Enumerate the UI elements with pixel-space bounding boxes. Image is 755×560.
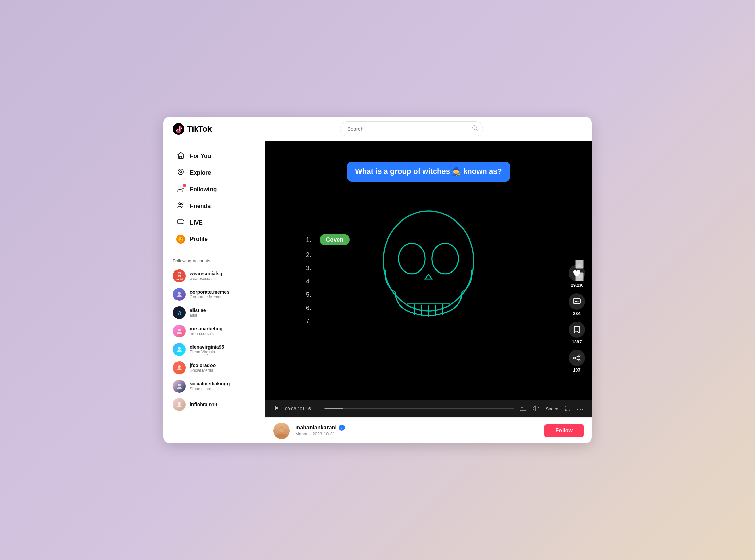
- account-item-alist-ae[interactable]: a alist.ae alist: [163, 303, 265, 322]
- svg-point-29: [578, 355, 580, 357]
- account-info-elenavirginia95: elenavirginia95 Elena Virginia: [190, 344, 224, 355]
- svg-point-41: [580, 409, 581, 410]
- control-icons: Speed: [520, 405, 584, 412]
- friends-icon: [176, 201, 185, 211]
- svg-point-16: [383, 211, 474, 311]
- video-container[interactable]: What is a group of witches 🧙 known as? 1…: [265, 141, 592, 400]
- account-item-jfcoloradoo[interactable]: jfcoloradoo Social Media: [163, 359, 265, 377]
- account-name-elenavirginia95: elenavirginia95: [190, 344, 224, 350]
- account-name-mrs-marketing: mrs.marketing: [190, 326, 222, 331]
- account-item-corporate-memes[interactable]: corporate.memes Corporate Memes: [163, 285, 265, 303]
- svg-point-13: [178, 365, 181, 368]
- main-layout: For You Explore: [163, 141, 592, 443]
- bookmark-icon: [569, 322, 585, 338]
- like-icon: [569, 265, 585, 281]
- more-options-button[interactable]: [577, 406, 584, 411]
- account-name-inffobrain19: inffobrain19: [190, 402, 217, 407]
- svg-point-17: [399, 243, 425, 274]
- home-icon: [176, 151, 185, 161]
- answer-num-2: 2.: [306, 251, 316, 259]
- account-name-corporate-memes: corporate.memes: [190, 289, 230, 295]
- bookmark-button[interactable]: 1387: [569, 322, 585, 344]
- answer-num-4: 4.: [306, 278, 316, 285]
- account-handle-mrs-marketing: mona.socials: [190, 331, 222, 336]
- answer-row-1[interactable]: 1. Coven: [306, 234, 350, 245]
- logo-area: TikTok: [173, 123, 241, 135]
- avatar-jfcoloradoo: [173, 361, 186, 374]
- svg-point-5: [180, 171, 182, 173]
- search-input[interactable]: [340, 121, 483, 136]
- sidebar-item-live[interactable]: LIVE: [167, 215, 262, 231]
- svg-point-12: [178, 347, 181, 350]
- account-info-wearesocialsg: wearesocialsg wearesocialsg: [190, 271, 222, 281]
- video-controls-bar: 00:08 / 01:16 Speed: [265, 400, 592, 417]
- account-handle-elenavirginia95: Elena Virginia: [190, 350, 224, 355]
- profile-avatar-icon: 🙂: [176, 235, 185, 244]
- side-actions: 29.2K 234: [569, 265, 585, 373]
- like-button[interactable]: 29.2K: [569, 265, 585, 288]
- account-info-inffobrain19: inffobrain19: [190, 402, 217, 407]
- account-item-inffobrain19[interactable]: inffobrain19: [163, 395, 265, 414]
- account-item-elenavirginia95[interactable]: elenavirginia95 Elena Virginia: [163, 340, 265, 359]
- svg-point-31: [578, 360, 580, 361]
- sidebar-item-friends[interactable]: Friends: [167, 198, 262, 214]
- share-button[interactable]: 107: [569, 350, 585, 373]
- svg-point-40: [577, 409, 578, 410]
- sidebar-item-explore[interactable]: Explore: [167, 165, 262, 181]
- video-info-bar: mahanlankarani ✓ Mahan · 2023-10-31 Foll…: [265, 417, 592, 443]
- account-item-mrs-marketing[interactable]: mrs.marketing mona.socials: [163, 322, 265, 340]
- app-container: TikTok For You: [163, 117, 592, 443]
- account-name-jfcoloradoo: jfcoloradoo: [190, 363, 216, 368]
- sidebar-item-following[interactable]: Following: [167, 181, 262, 197]
- account-handle-socialmediakingg: Sinan elmas: [190, 386, 230, 391]
- account-handle-corporate-memes: Corporate Memes: [190, 295, 230, 299]
- logo-text: TikTok: [187, 124, 212, 134]
- answer-row-7[interactable]: 7.: [306, 318, 350, 325]
- verified-badge: ✓: [339, 425, 345, 431]
- sidebar-item-profile[interactable]: 🙂 Profile: [167, 231, 262, 247]
- sidebar-item-label-explore: Explore: [190, 169, 211, 176]
- account-item-socialmediakingg[interactable]: socialmediakingg Sinan elmas: [163, 377, 265, 395]
- account-handle-jfcoloradoo: Social Media: [190, 368, 216, 373]
- answer-row-4[interactable]: 4.: [306, 278, 350, 285]
- time-display: 00:08 / 01:16: [285, 406, 319, 411]
- svg-point-6: [179, 186, 181, 188]
- svg-point-44: [279, 428, 284, 432]
- account-name-socialmediakingg: socialmediakingg: [190, 381, 230, 386]
- account-info-corporate-memes: corporate.memes Corporate Memes: [190, 289, 230, 299]
- answer-num-6: 6.: [306, 304, 316, 312]
- answer-row-5[interactable]: 5.: [306, 291, 350, 298]
- svg-rect-35: [520, 406, 526, 411]
- svg-point-10: [178, 292, 181, 295]
- svg-point-26: [575, 301, 576, 302]
- speed-button[interactable]: Speed: [546, 406, 558, 411]
- search-button[interactable]: [472, 125, 478, 133]
- mute-button[interactable]: [533, 405, 539, 412]
- svg-point-30: [574, 357, 575, 359]
- answer-row-3[interactable]: 3.: [306, 265, 350, 272]
- account-item-wearesocialsg[interactable]: wearesocial wearesocialsg wearesocialsg: [163, 267, 265, 285]
- quiz-question-text: What is a group of witches 🧙 known as?: [355, 167, 502, 176]
- progress-bar[interactable]: [324, 408, 514, 409]
- svg-point-8: [182, 203, 183, 205]
- account-info-jfcoloradoo: jfcoloradoo Social Media: [190, 363, 216, 373]
- play-button[interactable]: [273, 405, 280, 413]
- svg-point-4: [178, 169, 183, 175]
- answer-num-5: 5.: [306, 291, 316, 298]
- answer-row-2[interactable]: 2.: [306, 251, 350, 259]
- search-bar: [340, 121, 483, 136]
- fullscreen-button[interactable]: [565, 405, 571, 412]
- account-info-mrs-marketing: mrs.marketing mona.socials: [190, 326, 222, 336]
- share-count: 107: [573, 367, 581, 373]
- sidebar-item-for-you[interactable]: For You: [167, 148, 262, 164]
- follow-button[interactable]: Follow: [544, 424, 584, 437]
- account-info-socialmediakingg: socialmediakingg Sinan elmas: [190, 381, 230, 391]
- bookmark-count: 1387: [572, 339, 582, 344]
- creator-info: mahanlankarani ✓ Mahan · 2023-10-31: [295, 425, 539, 437]
- comment-button[interactable]: 234: [569, 293, 585, 316]
- answer-row-6[interactable]: 6.: [306, 304, 350, 312]
- captions-button[interactable]: [520, 406, 526, 412]
- live-icon: [176, 218, 185, 227]
- creator-avatar[interactable]: [273, 423, 290, 439]
- sidebar-item-label-for-you: For You: [190, 153, 211, 160]
